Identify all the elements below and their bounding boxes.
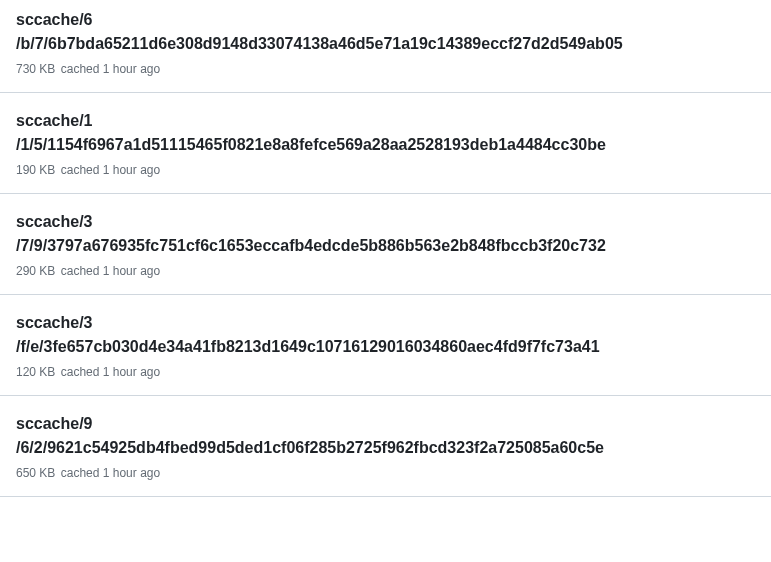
cache-key-line1: sccache/1 (16, 112, 93, 129)
cache-key-line2: /f/e/3fe657cb030d4e34a41fb8213d1649c1071… (16, 338, 600, 355)
cache-time-ago: 1 hour ago (103, 365, 160, 379)
cache-time-ago: 1 hour ago (103, 163, 160, 177)
cache-title[interactable]: sccache/9 /6/2/9621c54925db4fbed99d5ded1… (16, 412, 755, 460)
cache-size: 120 KB (16, 365, 55, 379)
cache-list: sccache/6 /b/7/6b7bda65211d6e308d9148d33… (0, 0, 771, 497)
cache-meta: 730 KB cached 1 hour ago (16, 62, 755, 76)
cache-size: 290 KB (16, 264, 55, 278)
cache-meta: 190 KB cached 1 hour ago (16, 163, 755, 177)
cache-key-line1: sccache/9 (16, 415, 93, 432)
cache-title[interactable]: sccache/1 /1/5/1154f6967a1d51115465f0821… (16, 109, 755, 157)
cache-item: sccache/1 /1/5/1154f6967a1d51115465f0821… (0, 93, 771, 194)
cache-cached-label: cached (61, 264, 100, 278)
cache-item: sccache/3 /f/e/3fe657cb030d4e34a41fb8213… (0, 295, 771, 396)
cache-cached-label: cached (61, 365, 100, 379)
cache-time-ago: 1 hour ago (103, 62, 160, 76)
cache-meta: 120 KB cached 1 hour ago (16, 365, 755, 379)
cache-item: sccache/6 /b/7/6b7bda65211d6e308d9148d33… (0, 0, 771, 93)
cache-cached-label: cached (61, 466, 100, 480)
cache-title[interactable]: sccache/3 /7/9/3797a676935fc751cf6c1653e… (16, 210, 755, 258)
cache-key-line1: sccache/3 (16, 314, 93, 331)
cache-time-ago: 1 hour ago (103, 466, 160, 480)
cache-title[interactable]: sccache/6 /b/7/6b7bda65211d6e308d9148d33… (16, 8, 755, 56)
cache-meta: 290 KB cached 1 hour ago (16, 264, 755, 278)
cache-size: 730 KB (16, 62, 55, 76)
cache-size: 190 KB (16, 163, 55, 177)
cache-cached-label: cached (61, 163, 100, 177)
cache-key-line2: /7/9/3797a676935fc751cf6c1653eccafb4edcd… (16, 237, 606, 254)
cache-item: sccache/3 /7/9/3797a676935fc751cf6c1653e… (0, 194, 771, 295)
cache-key-line1: sccache/3 (16, 213, 93, 230)
cache-key-line2: /1/5/1154f6967a1d51115465f0821e8a8fefce5… (16, 136, 606, 153)
cache-key-line1: sccache/6 (16, 11, 93, 28)
cache-item: sccache/9 /6/2/9621c54925db4fbed99d5ded1… (0, 396, 771, 497)
cache-key-line2: /6/2/9621c54925db4fbed99d5ded1cf06f285b2… (16, 439, 604, 456)
cache-size: 650 KB (16, 466, 55, 480)
cache-title[interactable]: sccache/3 /f/e/3fe657cb030d4e34a41fb8213… (16, 311, 755, 359)
cache-time-ago: 1 hour ago (103, 264, 160, 278)
cache-cached-label: cached (61, 62, 100, 76)
cache-meta: 650 KB cached 1 hour ago (16, 466, 755, 480)
cache-key-line2: /b/7/6b7bda65211d6e308d9148d33074138a46d… (16, 35, 623, 52)
